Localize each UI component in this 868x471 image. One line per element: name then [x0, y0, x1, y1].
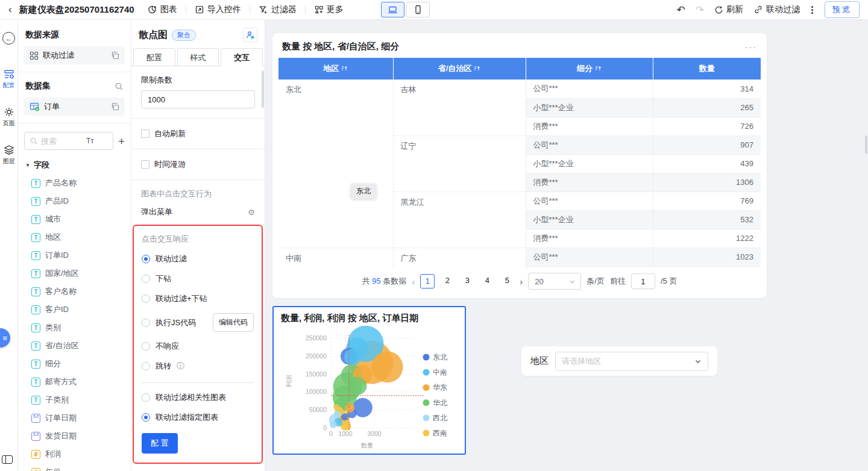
- segment-cell[interactable]: 小型***企业: [526, 154, 653, 173]
- region-select[interactable]: 请选择地区: [555, 352, 708, 371]
- gear-icon[interactable]: ⚙: [248, 208, 255, 217]
- field-item[interactable]: T订单ID: [18, 246, 131, 264]
- value-cell[interactable]: 265: [653, 98, 761, 117]
- table-row[interactable]: 东北吉林公司***314: [278, 80, 761, 98]
- value-cell[interactable]: 1306: [653, 173, 761, 192]
- province-cell[interactable]: 辽宁: [393, 136, 526, 192]
- province-cell[interactable]: 黑龙江: [393, 192, 526, 248]
- field-item[interactable]: T省/自治区: [18, 337, 131, 355]
- page-number-4[interactable]: 4: [480, 274, 494, 289]
- checkbox-icon[interactable]: [141, 160, 149, 169]
- interaction-option[interactable]: 联动过滤+下钻: [142, 293, 254, 304]
- segment-cell[interactable]: 公司***: [526, 136, 653, 154]
- radio-icon[interactable]: [142, 295, 150, 303]
- value-cell[interactable]: 439: [653, 154, 761, 173]
- field-search-input[interactable]: [41, 137, 83, 146]
- field-item[interactable]: #利润: [18, 445, 131, 463]
- copy-icon[interactable]: [111, 51, 119, 60]
- next-page-icon[interactable]: ›: [520, 276, 523, 287]
- mobile-view-button[interactable]: [406, 2, 430, 17]
- table-chart-card[interactable]: 数量 按 地区, 省/自治区, 细分 ··· 地区省/自治区细分数量 东北吉林公…: [272, 33, 767, 298]
- segment-cell[interactable]: 小型***企业: [526, 98, 653, 117]
- value-cell[interactable]: 769: [653, 192, 761, 210]
- configure-button[interactable]: 配 置: [142, 433, 178, 454]
- field-search-box[interactable]: Tт: [24, 132, 113, 150]
- limit-input[interactable]: [141, 90, 255, 108]
- page-number-5[interactable]: 5: [500, 274, 514, 289]
- sort-icon[interactable]: [474, 65, 480, 72]
- redo-icon[interactable]: ↷: [696, 4, 704, 16]
- preview-button[interactable]: 预览: [825, 1, 860, 18]
- column-header-细分[interactable]: 细分: [526, 58, 653, 80]
- value-cell[interactable]: 532: [653, 210, 761, 229]
- field-item[interactable]: T国家/地区: [18, 264, 131, 282]
- rail-item-layers[interactable]: 图层: [3, 145, 15, 166]
- add-chart-button[interactable]: 图表: [148, 4, 177, 15]
- canvas-scrollbar[interactable]: [865, 136, 867, 154]
- field-item[interactable]: T类别: [18, 319, 131, 337]
- sort-icon[interactable]: [341, 65, 348, 72]
- field-item[interactable]: 发货日期: [18, 427, 131, 445]
- radio-icon[interactable]: [142, 275, 150, 283]
- page-size-select[interactable]: 20: [528, 273, 581, 290]
- desktop-view-button[interactable]: [381, 2, 404, 17]
- field-item[interactable]: T产品名称: [18, 174, 131, 192]
- sort-icon[interactable]: [595, 65, 602, 72]
- segment-cell[interactable]: 消费***: [526, 117, 653, 136]
- card-more-icon[interactable]: ···: [745, 42, 757, 52]
- kebab-menu-icon[interactable]: [810, 5, 814, 15]
- value-cell[interactable]: 1023: [653, 248, 761, 266]
- radio-icon[interactable]: [142, 393, 150, 402]
- dataset-item[interactable]: 订单: [24, 98, 125, 116]
- radio-icon[interactable]: [142, 319, 150, 327]
- collapse-back-icon[interactable]: ←: [2, 32, 15, 45]
- auto-refresh-checkbox-row[interactable]: 自动刷新: [131, 119, 265, 139]
- tab-配置[interactable]: 配置: [133, 48, 175, 66]
- column-header-地区[interactable]: 地区: [278, 58, 393, 80]
- segment-cell[interactable]: 消费***: [526, 173, 653, 192]
- field-item[interactable]: T细分: [18, 355, 131, 373]
- panel-scrollbar[interactable]: [262, 70, 264, 108]
- interaction-option[interactable]: 不响应: [142, 341, 254, 352]
- filter-button[interactable]: 过滤器: [259, 4, 297, 15]
- segment-cell[interactable]: 小型***企业: [526, 210, 653, 229]
- checkbox-icon[interactable]: [141, 129, 149, 138]
- search-icon[interactable]: [115, 82, 124, 91]
- page-number-2[interactable]: 2: [440, 274, 454, 289]
- copy-icon[interactable]: [111, 102, 119, 111]
- interaction-option[interactable]: 跳转ⓘ: [142, 361, 254, 372]
- tab-交互[interactable]: 交互: [221, 48, 263, 66]
- province-cell[interactable]: 吉林: [393, 80, 526, 136]
- refresh-button[interactable]: 刷新: [714, 4, 743, 15]
- prev-page-icon[interactable]: ‹: [412, 276, 415, 287]
- fields-section-toggle[interactable]: ▼ 字段: [18, 154, 131, 174]
- datasource-item[interactable]: 联动过滤: [24, 46, 125, 64]
- scope-option[interactable]: 联动过滤指定图表: [142, 412, 254, 423]
- field-item[interactable]: T产品ID: [18, 192, 131, 210]
- field-item[interactable]: T地区: [18, 228, 131, 246]
- scatter-plot[interactable]: 050000100000150000200000250000010003000利…: [275, 325, 463, 449]
- back-icon[interactable]: ‹: [8, 4, 12, 16]
- rail-item-config[interactable]: 配置: [3, 69, 15, 90]
- click-behavior-row[interactable]: 弹出菜单 ⚙: [131, 204, 265, 217]
- segment-cell[interactable]: 公司***: [526, 80, 653, 98]
- radio-icon[interactable]: [142, 362, 150, 370]
- font-case-toggle[interactable]: Tт: [86, 137, 94, 145]
- field-item[interactable]: 订单日期: [18, 409, 131, 427]
- rail-item-page[interactable]: 页面: [3, 107, 15, 128]
- table-row[interactable]: 中南广东公司***1023: [278, 248, 761, 266]
- value-cell[interactable]: 907: [653, 136, 761, 154]
- segment-cell[interactable]: 公司***: [526, 192, 653, 210]
- region-filter-card[interactable]: 地区 请选择地区: [521, 346, 717, 376]
- dashboard-canvas[interactable]: 数量 按 地区, 省/自治区, 细分 ··· 地区省/自治区细分数量 东北吉林公…: [265, 20, 868, 471]
- radio-icon[interactable]: [142, 255, 150, 263]
- sidebar-toggle-icon[interactable]: [2, 455, 13, 464]
- field-item[interactable]: T客户ID: [18, 301, 131, 319]
- data-table[interactable]: 地区省/自治区细分数量 东北吉林公司***314小型***企业265消费***7…: [278, 58, 761, 268]
- link-filter-button[interactable]: 联动过滤: [753, 4, 800, 15]
- import-widget-button[interactable]: 导入控件: [195, 4, 241, 15]
- field-item[interactable]: T邮寄方式: [18, 373, 131, 391]
- value-cell[interactable]: 726: [653, 117, 761, 136]
- value-cell[interactable]: 1222: [653, 229, 761, 248]
- linkage-user-icon[interactable]: [243, 28, 257, 42]
